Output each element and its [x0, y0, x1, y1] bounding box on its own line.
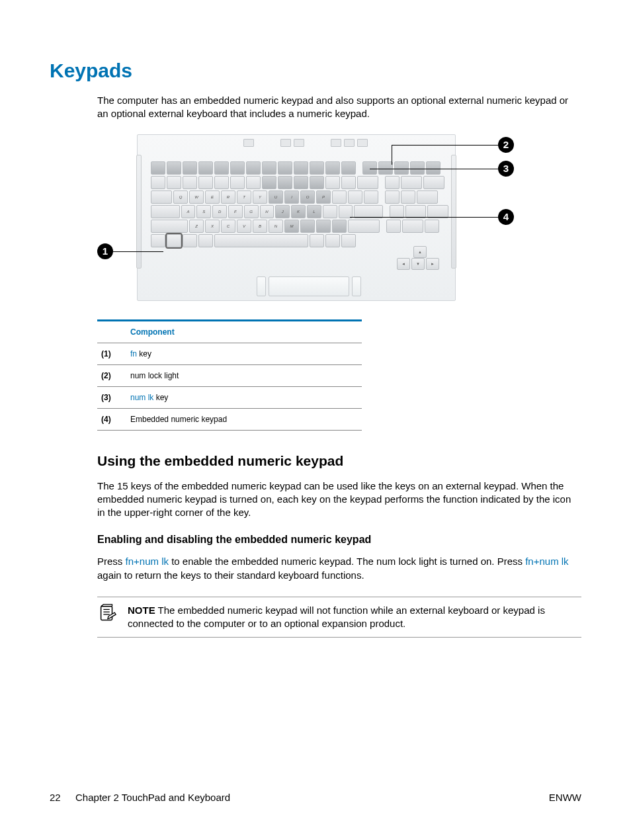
key	[316, 220, 331, 233]
note-label: NOTE	[128, 605, 155, 616]
chapter-label: Chapter 2 TouchPad and Keyboard	[75, 792, 230, 803]
media-icon	[357, 139, 368, 147]
key	[183, 161, 197, 175]
key: A	[181, 205, 196, 218]
row-index: (3)	[97, 386, 126, 408]
key	[278, 161, 292, 175]
note-body: NOTE The embedded numeric keypad will no…	[128, 604, 581, 631]
key	[198, 234, 213, 247]
keyboard-image: Q W E R T Y U I O P	[137, 134, 456, 301]
key	[417, 190, 438, 204]
scroll-strip-right	[451, 155, 456, 269]
key: L	[307, 205, 321, 218]
row-text: num lock light	[126, 364, 362, 386]
key	[294, 176, 308, 189]
key	[167, 176, 181, 189]
media-icon	[294, 139, 304, 147]
key	[323, 205, 337, 218]
key: P	[316, 190, 331, 204]
page-title: Keypads	[50, 60, 581, 82]
body-paragraph: Press fn+num lk to enable the embedded n…	[97, 555, 581, 582]
key	[339, 205, 353, 218]
key	[332, 190, 347, 204]
key-combo: fn+num lk	[126, 556, 169, 567]
component-table: Component (1) fn key (2) num lock light …	[97, 319, 362, 431]
leader-line	[392, 145, 392, 165]
key	[410, 161, 425, 175]
touchpad-surface	[269, 276, 349, 296]
key	[325, 176, 340, 189]
power-icon	[243, 139, 254, 147]
section-heading: Using the embedded numeric keypad	[97, 453, 581, 469]
leader-line	[392, 145, 498, 146]
table-row: (2) num lock light	[97, 364, 362, 386]
media-icon	[331, 139, 341, 147]
key: J	[275, 205, 290, 218]
leader-line	[113, 251, 163, 252]
key	[385, 176, 400, 189]
key	[151, 234, 165, 247]
callout-4: 4	[498, 209, 514, 225]
key	[214, 176, 229, 189]
keypad-figure: Q W E R T Y U I O P	[97, 134, 514, 306]
leader-line	[370, 169, 498, 169]
key-name: num lk	[130, 393, 153, 402]
keyboard-rows: Q W E R T Y U I O P	[138, 135, 455, 247]
key	[151, 190, 172, 204]
key	[364, 190, 378, 204]
key	[246, 161, 261, 175]
key	[386, 220, 401, 233]
key	[151, 205, 180, 218]
key: D	[212, 205, 227, 218]
key	[341, 161, 356, 175]
media-strip	[243, 139, 368, 147]
key	[214, 161, 229, 175]
key	[246, 176, 261, 189]
table-row: (3) num lk key	[97, 386, 362, 408]
key	[423, 176, 444, 189]
row-text: num lk key	[126, 386, 362, 408]
text: to enable the embedded numeric keypad. T…	[169, 556, 525, 567]
key	[332, 220, 347, 233]
key	[262, 161, 276, 175]
key	[325, 234, 340, 247]
page-footer: 22 Chapter 2 TouchPad and Keyboard ENWW	[50, 792, 581, 803]
key: K	[291, 205, 306, 218]
key	[348, 220, 380, 233]
key	[348, 190, 362, 204]
table-row: (1) fn key	[97, 343, 362, 364]
note-box: NOTE The embedded numeric keypad will no…	[97, 597, 581, 638]
key	[310, 234, 324, 247]
page-number: 22	[50, 792, 61, 803]
key: V	[237, 220, 251, 233]
key: M	[284, 220, 299, 233]
key: C	[221, 220, 235, 233]
key	[183, 234, 197, 247]
row-rest: key	[137, 349, 151, 358]
text: again to return the keys to their standa…	[97, 569, 364, 581]
key	[426, 161, 441, 175]
leader-line	[350, 217, 498, 218]
key	[401, 190, 415, 204]
key: Y	[253, 190, 267, 204]
row-index: (4)	[97, 408, 126, 430]
key	[427, 205, 448, 218]
row-rest: Embedded numeric keypad	[130, 415, 227, 424]
key	[354, 205, 383, 218]
key	[341, 176, 356, 189]
key	[341, 234, 356, 247]
touchpad	[257, 276, 361, 296]
key-combo: fn+num lk	[525, 556, 568, 567]
note-icon	[97, 604, 117, 627]
key	[230, 176, 245, 189]
key	[310, 161, 324, 175]
key	[198, 161, 213, 175]
key	[151, 161, 165, 175]
key: T	[237, 190, 251, 204]
key	[394, 161, 409, 175]
key-space	[214, 234, 308, 247]
key	[278, 176, 292, 189]
key	[390, 205, 404, 218]
table-header: Component	[126, 320, 362, 343]
key: Z	[189, 220, 204, 233]
